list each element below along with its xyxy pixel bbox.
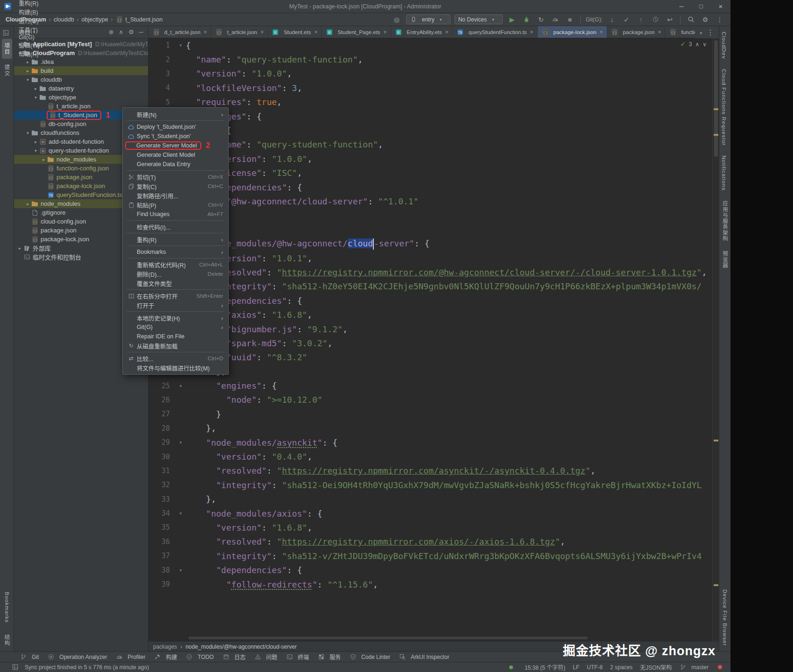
- code-line[interactable]: 29▾ "node_modules/asynckit": {: [148, 435, 712, 449]
- code-viewport[interactable]: 1▾{2 "name": "query-student-function",3 …: [148, 38, 712, 641]
- tree-item[interactable]: ▾objecttype: [14, 93, 148, 102]
- expand-arrow-icon[interactable]: ▸: [25, 69, 31, 73]
- context-menu-item[interactable]: 本地历史记录(H)›: [123, 313, 228, 322]
- warning-stripe-mark[interactable]: [714, 134, 718, 136]
- code-line[interactable]: 5 "requires": true,: [148, 95, 712, 109]
- tab-close-icon[interactable]: ×: [204, 29, 207, 35]
- settings-button[interactable]: ⚙: [700, 14, 710, 25]
- tab-close-icon[interactable]: ×: [260, 29, 264, 35]
- context-menu-item[interactable]: ⇄比较...Ctrl+D: [123, 354, 228, 363]
- code-line[interactable]: 18 "integrity": "sha512-hZ0eY50EI4K2CJEh…: [148, 280, 712, 294]
- collapse-arrow-icon[interactable]: ▾: [25, 77, 31, 82]
- search-button[interactable]: [686, 14, 696, 25]
- editor-tab[interactable]: EStudent_Page.ets×: [322, 26, 391, 38]
- json-schema[interactable]: 无JSON架构: [640, 663, 672, 671]
- context-menu-item[interactable]: Generate Data Entry: [123, 160, 228, 169]
- warning-stripe-mark[interactable]: [714, 440, 718, 441]
- context-menu-item[interactable]: Git(G)›: [123, 322, 228, 332]
- context-menu-item[interactable]: 复制(C)Ctrl+C: [123, 182, 228, 191]
- context-menu-item[interactable]: 将文件与编辑器进行比较(M): [123, 363, 228, 372]
- commit-button[interactable]: ✓: [621, 14, 632, 25]
- context-menu-item[interactable]: 重新格式化代码(R)Ctrl+Alt+L: [123, 260, 228, 269]
- tool-window-tab[interactable]: Cloud Functions Requestor: [720, 65, 728, 150]
- caret-position[interactable]: 15:38 (5 个字符): [525, 663, 565, 671]
- tool-window-tab[interactable]: 项目: [2, 39, 12, 59]
- code-line[interactable]: 31 "resolved": "https://registry.npmmirr…: [148, 464, 712, 478]
- context-menu-item[interactable]: 剪切(T)Ctrl+X: [123, 172, 228, 182]
- push-button[interactable]: ↑: [636, 14, 646, 25]
- device-status[interactable]: [507, 664, 517, 671]
- bug-button[interactable]: [521, 14, 532, 25]
- code-line[interactable]: 24 },: [148, 364, 712, 378]
- indent-style[interactable]: 2 spaces: [610, 664, 632, 671]
- tab-close-icon[interactable]: ×: [314, 29, 317, 35]
- expand-arrow-icon[interactable]: ▸: [25, 202, 31, 206]
- code-line[interactable]: 19▾ "dependencies": {: [148, 294, 712, 308]
- history-button[interactable]: [650, 14, 660, 25]
- code-line[interactable]: 6▾ "packages": {: [148, 109, 712, 123]
- code-line[interactable]: 20 "axios": "1.6.8",: [148, 308, 712, 322]
- locate-icon[interactable]: ⊕: [109, 28, 114, 35]
- warning-stripe-mark[interactable]: [714, 584, 718, 586]
- code-line[interactable]: 38▾ "dependencies": {: [148, 563, 712, 577]
- context-menu-item[interactable]: 粘贴(P)Ctrl+V: [123, 200, 228, 210]
- code-line[interactable]: 15▾ "node_modules/@hw-agconnect/cloud-se…: [148, 237, 712, 251]
- context-menu-item[interactable]: 打开于›: [123, 301, 228, 310]
- menu-item[interactable]: 工具(T): [15, 25, 43, 34]
- context-menu-item[interactable]: 重构(R)›: [123, 235, 228, 244]
- tool-windows-icon[interactable]: [2, 29, 10, 36]
- context-menu-item[interactable]: 在右拆分中打开Shift+Enter: [123, 291, 228, 301]
- breadcrumb-item[interactable]: objecttype: [82, 16, 108, 23]
- expand-arrow-icon[interactable]: ▸: [41, 157, 47, 162]
- menu-item[interactable]: Git(G): [15, 34, 43, 41]
- code-line[interactable]: 9 "version": "1.0.0",: [148, 152, 712, 166]
- tool-window-tab[interactable]: 结构: [2, 630, 12, 650]
- code-line[interactable]: 26 "node": ">=10.12.0": [148, 393, 712, 407]
- context-menu-item[interactable]: Generate Server Model2: [123, 141, 228, 150]
- menu-item[interactable]: 构建(B): [15, 7, 43, 16]
- editor-tab[interactable]: TSqueryStudentFunction.ts×: [453, 26, 538, 38]
- editor-tab[interactable]: {}package-lock.json×: [538, 26, 607, 38]
- code-line[interactable]: 32 "integrity": "sha512-Oei9OH4tRh0YqU3G…: [148, 478, 712, 492]
- tree-item[interactable]: ▸dataentry: [14, 84, 148, 93]
- window-minimize-button[interactable]: ─: [672, 0, 691, 13]
- inspections-widget[interactable]: ✓ 3 ∧ ∨: [681, 41, 707, 48]
- line-separator[interactable]: LF: [573, 664, 579, 671]
- code-line[interactable]: 39 "follow-redirects": "^1.15.6",: [148, 577, 712, 591]
- editor-scrollbar[interactable]: [712, 38, 719, 641]
- code-line[interactable]: 14 },: [148, 223, 712, 237]
- code-line[interactable]: 3 "version": "1.0.0",: [148, 67, 712, 81]
- play-button[interactable]: ▶: [507, 14, 517, 25]
- breadcrumb-item[interactable]: clouddb: [54, 16, 74, 23]
- run-config-selector[interactable]: entry▾: [406, 14, 450, 24]
- horizontal-scrollbar[interactable]: [189, 637, 700, 639]
- editor-tab[interactable]: EStudent.ets×: [268, 26, 322, 38]
- code-line[interactable]: 27 }: [148, 407, 712, 421]
- more-icon[interactable]: ⋮: [707, 28, 714, 37]
- update-button[interactable]: ↓: [607, 14, 617, 25]
- context-menu-item[interactable]: 复制路径/引用...: [123, 191, 228, 200]
- tool-window-button[interactable]: 问题: [250, 652, 281, 662]
- code-line[interactable]: 25▾ "engines": {: [148, 378, 712, 392]
- tab-close-icon[interactable]: ×: [658, 29, 661, 35]
- more-button[interactable]: ⋮: [715, 14, 725, 25]
- tab-close-icon[interactable]: ×: [600, 29, 603, 35]
- settings-icon[interactable]: ⚙: [128, 28, 134, 35]
- tool-window-tab[interactable]: 预览器: [720, 247, 730, 273]
- expand-arrow-icon[interactable]: ▸: [25, 60, 31, 64]
- tool-window-button[interactable]: Code Linter: [345, 652, 394, 662]
- code-line[interactable]: 30 "version": "0.4.0",: [148, 449, 712, 463]
- tree-item[interactable]: ▸build: [14, 66, 148, 75]
- context-menu-item[interactable]: ↻从磁盘重新加载: [123, 341, 228, 350]
- editor-breadcrumb-item[interactable]: node_modules/@hw-agconnect/cloud-server: [185, 644, 296, 650]
- code-line[interactable]: 37 "integrity": "sha512-v/ZHtJDU39mDpyBo…: [148, 549, 712, 563]
- fold-marker-icon[interactable]: ▾: [175, 43, 186, 48]
- menu-item[interactable]: 帮助(H): [15, 49, 43, 58]
- stripe-toggle-icon[interactable]: [11, 664, 19, 671]
- next-problem-icon[interactable]: ∨: [702, 41, 707, 48]
- code-line[interactable]: 17 "resolved": "https://registry.npmmirr…: [148, 265, 712, 279]
- editor-tab[interactable]: EEntryAbility.ets×: [391, 26, 453, 38]
- tool-window-tab[interactable]: CloudDev: [720, 28, 728, 63]
- collapse-arrow-icon[interactable]: ▾: [33, 95, 39, 100]
- chevron-down-icon[interactable]: ▾: [700, 28, 702, 36]
